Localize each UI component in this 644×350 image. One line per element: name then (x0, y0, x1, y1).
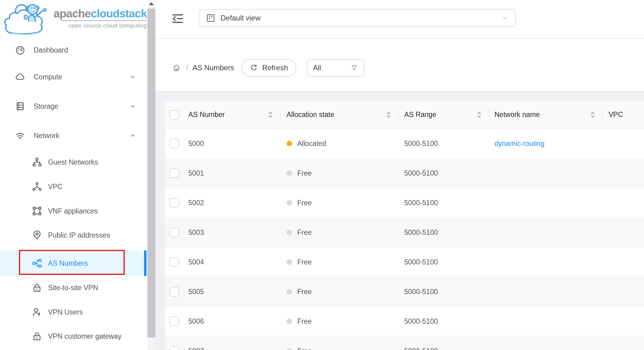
app-logo: apachecloudstack open source cloud compu… (2, 1, 147, 37)
vpc-cell (603, 218, 644, 247)
project-view-value: Default view (220, 14, 261, 22)
sidebar-item-dashboard[interactable]: Dashboard (0, 40, 147, 60)
filter-select[interactable]: All (307, 59, 364, 77)
row-checkbox-cell (165, 277, 183, 306)
scrollbar-thumb[interactable] (147, 9, 155, 337)
refresh-label: Refresh (262, 64, 288, 72)
logo-text: apachecloudstack open source cloud compu… (50, 1, 147, 29)
row-checkbox[interactable] (169, 168, 179, 178)
as-number-cell: 5006 (183, 307, 280, 336)
select-all-checkbox[interactable] (169, 110, 179, 120)
apartment-icon (31, 157, 43, 168)
sidebar-item-public-ip-addresses[interactable]: Public IP addresses (0, 225, 147, 245)
sidebar-menu: Dashboard Compute Storage Network Guest … (0, 40, 147, 346)
status-dot (287, 289, 292, 294)
table-row[interactable]: 5002 Free 5000-5100 (165, 188, 644, 218)
table-row[interactable]: 5006 Free 5000-5100 (165, 307, 644, 336)
column-header-allocation-state[interactable]: Allocation state (280, 101, 399, 129)
network-link[interactable]: dynamic-routing (494, 140, 545, 148)
table-row[interactable]: 5001 Free 5000-5100 (165, 159, 644, 188)
sidebar-item-storage[interactable]: Storage (0, 97, 147, 116)
row-checkbox-cell (165, 159, 183, 188)
table-row[interactable]: 5000 Allocated 5000-5100 dynamic-routing (165, 129, 644, 159)
breadcrumb-separator: / (186, 64, 188, 72)
status-dot (287, 141, 292, 146)
row-checkbox[interactable] (169, 198, 179, 208)
column-header-as-range[interactable]: AS Range (399, 101, 489, 129)
network-name-cell (489, 336, 603, 350)
sidebar-item-site-to-site-vpn[interactable]: Site-to-site VPN (0, 278, 147, 297)
sidebar-scrollbar[interactable] (147, 0, 155, 350)
sidebar-item-vpc[interactable]: VPC (0, 177, 147, 196)
as-range-cell: 5000-5100 (399, 277, 489, 306)
allocation-state-cell: Free (280, 277, 399, 306)
as-range-cell: 5000-5100 (399, 218, 489, 247)
user-icon (31, 307, 43, 318)
row-checkbox[interactable] (169, 316, 179, 326)
allocation-state-cell: Free (280, 218, 399, 247)
row-checkbox[interactable] (169, 257, 179, 267)
network-name-cell (489, 277, 603, 306)
as-range-cell: 5000-5100 (399, 336, 489, 350)
cluster-icon (31, 258, 43, 269)
vpc-cell (603, 188, 644, 217)
vpc-cell (603, 336, 644, 350)
chevron-up-icon (129, 132, 136, 139)
sidebar-item-compute[interactable]: Compute (0, 67, 147, 87)
sidebar: apachecloudstack open source cloud compu… (0, 0, 147, 350)
refresh-button[interactable]: Refresh (241, 59, 296, 77)
column-header-network-name[interactable]: Network name (489, 101, 603, 129)
table-row[interactable]: 5007 Free 5000-5100 (165, 336, 644, 350)
sidebar-item-label: VPN customer gateway (48, 332, 121, 341)
select-all-cell (165, 101, 183, 129)
status-label: Free (297, 317, 312, 326)
lock-icon (31, 282, 43, 293)
column-header-as-number[interactable]: AS Number (183, 101, 280, 129)
cloudstack-app: { "logo": { "brand_gray": "apache", "bra… (0, 0, 644, 350)
row-checkbox[interactable] (169, 139, 179, 148)
sidebar-item-label: VPN Users (48, 308, 83, 316)
status-label: Free (297, 288, 312, 296)
sidebar-item-vpn-customer-gateway[interactable]: VPN customer gateway (0, 326, 147, 346)
collapse-sidebar-button[interactable] (171, 12, 185, 26)
as-number-cell: 5003 (183, 218, 280, 247)
as-number-cell: 5007 (183, 336, 280, 350)
column-header-vpc[interactable]: VPC (603, 101, 644, 129)
sidebar-item-network[interactable]: Network (0, 126, 147, 145)
table-row[interactable]: 5005 Free 5000-5100 (165, 277, 644, 307)
sidebar-item-label: Compute (34, 73, 62, 81)
sidebar-item-label: Guest Networks (48, 158, 98, 166)
table-row[interactable]: 5003 Free 5000-5100 (165, 218, 644, 247)
vpc-cell (603, 277, 644, 306)
reload-icon (250, 64, 258, 72)
scroll-up-arrow-icon[interactable] (149, 2, 154, 5)
column-header-label: AS Range (404, 111, 436, 119)
menu-fold-icon (171, 12, 184, 25)
network-name-cell (489, 307, 603, 336)
allocation-state-cell: Free (280, 188, 399, 217)
status-dot (287, 230, 292, 235)
breadcrumb-home-button[interactable] (172, 63, 181, 72)
row-checkbox[interactable] (169, 346, 179, 350)
table-row[interactable]: 5004 Free 5000-5100 (165, 247, 644, 277)
funnel-icon (350, 64, 358, 72)
sidebar-item-vnf-appliances[interactable]: VNF appliances (0, 201, 147, 221)
allocation-state-cell: Allocated (280, 129, 399, 158)
as-range-cell: 5000-5100 (399, 159, 489, 188)
brand-name: apachecloudstack (50, 8, 147, 19)
sidebar-item-guest-networks[interactable]: Guest Networks (0, 152, 147, 172)
pin-icon (31, 230, 43, 241)
breadcrumb-bar: / AS Numbers Refresh All (155, 39, 644, 91)
allocation-state-cell: Free (280, 307, 399, 336)
row-checkbox[interactable] (169, 287, 179, 297)
status-label: Free (297, 347, 312, 350)
project-view-select[interactable]: Default view (199, 9, 516, 27)
sidebar-item-label: AS Numbers (48, 259, 88, 268)
sidebar-item-vpn-users[interactable]: VPN Users (0, 302, 147, 322)
sidebar-item-as-numbers[interactable]: AS Numbers (0, 250, 147, 276)
network-name-cell (489, 159, 603, 188)
row-checkbox[interactable] (169, 228, 179, 237)
status-label: Free (297, 169, 312, 177)
status-dot (287, 348, 292, 350)
status-label: Free (297, 199, 312, 207)
